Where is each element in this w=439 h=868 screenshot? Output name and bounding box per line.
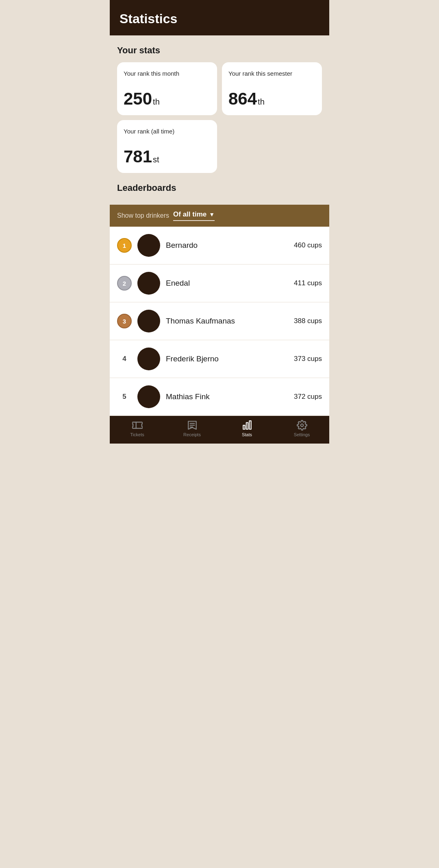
rank-number-1: 1	[123, 242, 126, 249]
app-header: Statistics	[110, 0, 329, 35]
nav-label-stats: Stats	[242, 432, 252, 437]
cups-count-2: 411 cups	[294, 279, 322, 287]
list-item: 2 Enedal 411 cups	[110, 265, 329, 302]
nav-label-tickets: Tickets	[130, 432, 144, 437]
stats-cards-grid: Your rank this month 250 th Your rank th…	[117, 62, 322, 115]
nav-item-tickets[interactable]: Tickets	[110, 420, 165, 437]
cups-count-5: 372 cups	[294, 393, 322, 401]
avatar	[137, 272, 160, 295]
filter-select[interactable]: Of all time ▼	[173, 210, 215, 221]
nav-label-receipts: Receipts	[183, 432, 201, 437]
your-stats-section: Your stats Your rank this month 250 th Y…	[117, 45, 322, 198]
stat-card-month: Your rank this month 250 th	[117, 62, 217, 115]
cups-count-3: 388 cups	[294, 317, 322, 325]
nav-item-stats[interactable]: Stats	[220, 420, 274, 437]
rank-badge-2: 2	[117, 276, 132, 291]
stat-suffix-alltime: st	[153, 155, 159, 164]
cups-count-4: 373 cups	[294, 355, 322, 363]
stat-number-semester: 864	[228, 89, 257, 109]
stat-card-alltime: Your rank (all time) 781 st	[117, 120, 217, 173]
stat-value-alltime: 781 st	[124, 147, 211, 166]
avatar	[137, 310, 160, 332]
stat-value-month: 250 th	[124, 89, 211, 109]
nav-label-settings: Settings	[294, 432, 310, 437]
rank-badge-3: 3	[117, 314, 132, 328]
rank-number-3: 3	[123, 318, 126, 325]
stat-number-alltime: 781	[124, 147, 152, 166]
rank-badge-5: 5	[117, 389, 132, 404]
leaderboards-title: Leaderboards	[117, 183, 322, 198]
svg-point-7	[300, 424, 303, 427]
drinker-name-1: Bernardo	[166, 241, 288, 250]
your-stats-title: Your stats	[117, 45, 322, 56]
stat-label-month: Your rank this month	[124, 70, 211, 78]
stat-value-semester: 864 th	[228, 89, 315, 109]
drinker-name-4: Frederik Bjerno	[166, 354, 288, 363]
stat-number-month: 250	[124, 89, 152, 109]
avatar	[137, 385, 160, 408]
list-item: 5 Mathias Fink 372 cups	[110, 378, 329, 416]
stats-icon	[242, 420, 252, 431]
ticket-icon	[132, 420, 143, 431]
stat-suffix-semester: th	[258, 97, 265, 107]
svg-rect-6	[249, 421, 251, 429]
nav-item-receipts[interactable]: Receipts	[165, 420, 220, 437]
leaderboard-list: 1 Bernardo 460 cups 2 Enedal 411 cups 3 …	[110, 227, 329, 416]
chevron-down-icon: ▼	[209, 211, 215, 218]
cups-count-1: 460 cups	[294, 241, 322, 249]
rank-badge-4: 4	[117, 352, 132, 366]
filter-prefix-label: Show top drinkers	[117, 212, 169, 219]
stat-label-alltime: Your rank (all time)	[124, 127, 211, 136]
rank-number-5: 5	[122, 393, 126, 401]
avatar	[137, 234, 160, 257]
main-content: Your stats Your rank this month 250 th Y…	[110, 35, 329, 205]
stat-label-semester: Your rank this semester	[228, 70, 315, 78]
avatar	[137, 348, 160, 370]
list-item: 3 Thomas Kaufmanas 388 cups	[110, 302, 329, 340]
list-item: 4 Frederik Bjerno 373 cups	[110, 340, 329, 378]
nav-item-settings[interactable]: Settings	[274, 420, 329, 437]
drinker-name-2: Enedal	[166, 279, 288, 288]
rank-number-2: 2	[123, 280, 126, 287]
drinker-name-5: Mathias Fink	[166, 392, 288, 401]
list-item: 1 Bernardo 460 cups	[110, 227, 329, 265]
filter-bar: Show top drinkers Of all time ▼	[110, 205, 329, 227]
svg-rect-5	[246, 423, 248, 429]
drinker-name-3: Thomas Kaufmanas	[166, 317, 288, 326]
rank-badge-1: 1	[117, 238, 132, 253]
gear-icon	[297, 420, 307, 431]
stat-suffix-month: th	[153, 97, 160, 107]
filter-selected-value: Of all time	[173, 210, 206, 219]
svg-rect-4	[243, 425, 245, 429]
page-title: Statistics	[120, 11, 177, 26]
rank-number-4: 4	[122, 355, 126, 363]
receipt-icon	[187, 420, 198, 431]
bottom-nav: Tickets Receipts Stats Settings	[110, 416, 329, 444]
stat-card-semester: Your rank this semester 864 th	[222, 62, 322, 115]
